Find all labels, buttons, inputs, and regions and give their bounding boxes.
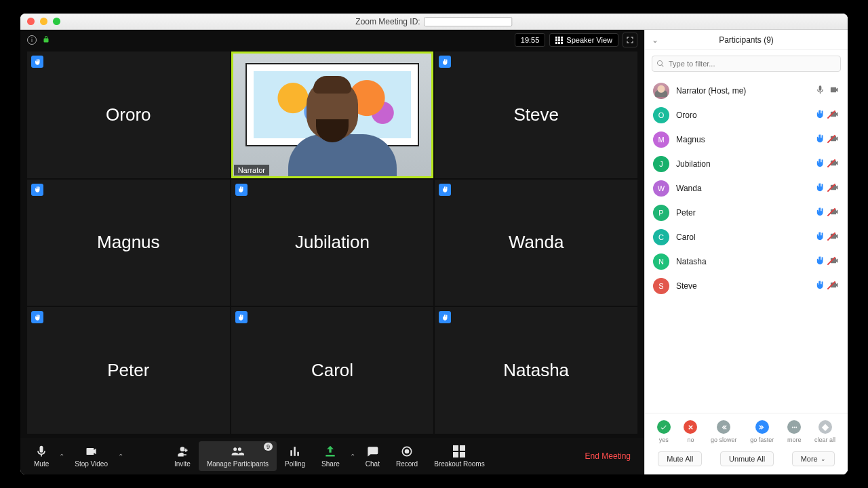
participant-row[interactable]: OOroro <box>650 103 842 127</box>
chat-button[interactable]: Chat <box>357 441 388 471</box>
react-faster[interactable]: go faster <box>750 420 774 443</box>
invite-button[interactable]: Invite <box>166 441 199 471</box>
record-button[interactable]: Record <box>388 441 426 471</box>
raised-hand-icon <box>815 182 825 195</box>
avatar: S <box>653 278 669 294</box>
video-tile-wanda[interactable]: Wanda <box>435 180 637 306</box>
speaker-view-button[interactable]: Speaker View <box>549 33 618 47</box>
end-meeting-button[interactable]: End Meeting <box>577 451 639 461</box>
participant-row[interactable]: PPeter <box>650 201 842 225</box>
video-tile-ororo[interactable]: Ororo <box>27 52 230 178</box>
info-icon[interactable]: i <box>27 35 37 45</box>
video-tile-natasha[interactable]: Natasha <box>435 307 637 434</box>
raised-hand-icon <box>815 158 825 170</box>
participant-row[interactable]: Narrator (Host, me) <box>650 79 842 103</box>
participant-name: Peter <box>676 208 808 218</box>
react-clear[interactable]: clear all <box>814 420 835 443</box>
raised-hand-icon <box>815 207 825 219</box>
close-window[interactable] <box>27 18 35 25</box>
participants-panel: ⌄ Participants (9) Narrator (Host, me)OO… <box>644 30 848 474</box>
breakout-rooms-button[interactable]: Breakout Rooms <box>426 441 492 471</box>
raised-hand-icon <box>815 231 825 243</box>
participant-row[interactable]: NNatasha <box>650 249 842 274</box>
camera-off-icon <box>829 182 840 195</box>
tile-name: Jubilation <box>295 232 370 253</box>
participant-name: Steve <box>676 281 808 291</box>
raised-hand-icon <box>31 56 43 68</box>
camera-off-icon <box>829 109 840 121</box>
window-title: Zoom Meeting ID: <box>355 17 420 26</box>
fullscreen-button[interactable] <box>623 33 637 47</box>
participant-name: Carol <box>676 232 808 242</box>
react-yes[interactable]: yes <box>657 420 671 443</box>
participant-row[interactable]: WWanda <box>650 176 842 201</box>
mute-menu-caret[interactable]: ⌃ <box>57 453 66 460</box>
manage-participants-button[interactable]: Manage Participants 9 <box>199 441 277 471</box>
minimize-window[interactable] <box>40 18 47 25</box>
lock-icon <box>42 35 50 45</box>
zoom-window[interactable] <box>53 18 60 25</box>
camera-icon <box>829 85 840 97</box>
react-more[interactable]: more <box>787 420 802 443</box>
avatar: W <box>653 180 669 197</box>
participant-name: Wanda <box>676 184 808 193</box>
svg-point-4 <box>795 426 797 428</box>
tile-name: Peter <box>107 360 149 381</box>
avatar: J <box>653 156 669 172</box>
participant-row[interactable]: MMagnus <box>650 127 842 152</box>
name-tag: Narrator <box>234 165 269 176</box>
tile-name: Wanda <box>509 232 564 253</box>
participant-row[interactable]: SSteve <box>650 274 842 298</box>
polling-button[interactable]: Polling <box>277 441 313 471</box>
stop-video-button[interactable]: Stop Video <box>66 441 116 471</box>
svg-point-3 <box>793 426 795 428</box>
raised-hand-icon <box>439 56 451 68</box>
participant-name: Natasha <box>676 257 808 266</box>
participant-search-input[interactable] <box>652 56 841 72</box>
camera-off-icon <box>829 207 840 219</box>
tile-name: Natasha <box>503 360 569 381</box>
participant-name: Narrator (Host, me) <box>676 86 808 96</box>
video-menu-caret[interactable]: ⌃ <box>116 453 125 460</box>
share-menu-caret[interactable]: ⌃ <box>348 453 357 460</box>
collapse-panel-button[interactable]: ⌄ <box>652 35 658 45</box>
meeting-id-field[interactable] <box>425 17 513 26</box>
search-icon <box>656 60 665 68</box>
recording-time: 19:55 <box>515 33 546 47</box>
video-tile-narrator[interactable]: Narrator <box>231 52 434 178</box>
svg-point-2 <box>792 426 793 428</box>
react-no[interactable]: no <box>684 420 697 443</box>
avatar: M <box>653 131 669 148</box>
mic-icon <box>815 85 825 97</box>
app-window: Zoom Meeting ID: i 19:55 Speaker View <box>20 14 848 474</box>
participant-name: Jubilation <box>676 159 808 169</box>
camera-off-icon <box>829 134 840 146</box>
video-tile-peter[interactable]: Peter <box>27 307 230 434</box>
tile-name: Steve <box>513 104 559 125</box>
tile-name: Ororo <box>106 104 151 125</box>
raised-hand-icon <box>815 256 825 268</box>
grid-icon <box>555 37 563 44</box>
unmute-all-button[interactable]: Unmute All <box>720 451 774 466</box>
share-button[interactable]: Share <box>313 441 348 471</box>
window-controls <box>27 18 60 25</box>
camera-off-icon <box>829 231 840 243</box>
raised-hand-icon <box>235 311 248 323</box>
participant-row[interactable]: CCarol <box>650 225 842 249</box>
video-tile-steve[interactable]: Steve <box>435 52 637 178</box>
raised-hand-icon <box>815 280 825 292</box>
raised-hand-icon <box>815 134 825 146</box>
participant-row[interactable]: JJubilation <box>650 152 842 176</box>
participants-badge: 9 <box>264 443 273 451</box>
more-button[interactable]: More⌄ <box>792 451 835 466</box>
raised-hand-icon <box>439 311 451 323</box>
video-tile-carol[interactable]: Carol <box>231 307 434 434</box>
video-tile-jubilation[interactable]: Jubilation <box>231 180 434 306</box>
avatar: C <box>653 229 669 245</box>
video-tile-magnus[interactable]: Magnus <box>27 180 230 306</box>
svg-point-1 <box>405 449 410 454</box>
react-slower[interactable]: go slower <box>711 420 737 443</box>
mute-all-button[interactable]: Mute All <box>658 451 702 466</box>
panel-title: Participants (9) <box>719 35 774 45</box>
mute-button[interactable]: Mute <box>26 441 57 471</box>
